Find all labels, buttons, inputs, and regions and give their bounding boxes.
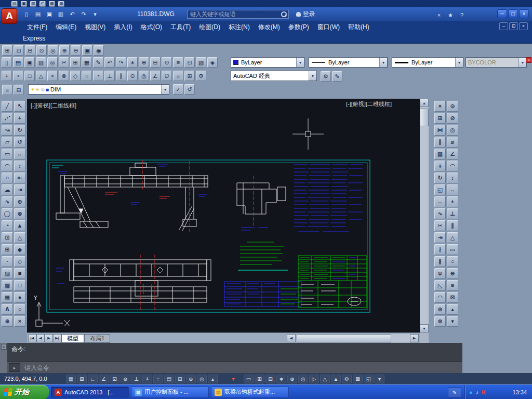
layer-control-combo[interactable]: ● ☀ ⊙ ■ DIM ▾ [28, 84, 169, 95]
gradient-icon[interactable]: ▩ [2, 280, 13, 291]
annotation-auto-button[interactable]: ▲ [331, 375, 341, 383]
left-dock2-icon-12[interactable]: △ [14, 232, 25, 243]
plot-preview-icon[interactable]: ◎ [47, 57, 58, 68]
layer-lock-icon[interactable]: ⊙ [41, 87, 45, 92]
qat-open-icon[interactable]: ▤ [33, 9, 43, 19]
erase-icon[interactable]: × [434, 101, 446, 112]
workspace-save-icon[interactable]: ✎ [332, 71, 342, 82]
command-close-button[interactable]: × [1, 344, 7, 350]
lwt-toggle[interactable]: ≡ [153, 375, 163, 383]
favorites-icon[interactable]: ★ [445, 10, 456, 20]
trim-icon[interactable]: ✂ [434, 220, 446, 231]
zoom-window2-icon[interactable]: ⊟ [150, 57, 161, 68]
grid-toggle[interactable]: ⊞ [77, 375, 87, 383]
move-icon[interactable]: ∔ [434, 161, 446, 171]
right-dock2-icon-10[interactable]: ⊥ [447, 208, 458, 219]
paste-icon[interactable]: ▦ [82, 57, 92, 68]
right-dock2-icon-9[interactable]: + [447, 196, 458, 207]
command-input[interactable] [23, 364, 462, 372]
pan-tool-button[interactable]: ∗ [276, 375, 286, 383]
polar-toggle[interactable]: ∠ [99, 375, 109, 383]
mdi-minimize-button[interactable]: ─ [499, 22, 508, 30]
viewport-controls-label[interactable]: [-][俯视][二维线框] [31, 102, 76, 110]
temporary-track-icon[interactable]: + [2, 71, 12, 81]
menu-item[interactable]: 修改(M) [254, 21, 284, 33]
workspace-switch-button[interactable]: ⚙ [342, 375, 352, 383]
annotation-scale-button[interactable]: △ [320, 375, 330, 383]
qat-redo-icon[interactable]: ↷ [78, 9, 89, 19]
chamfer-icon[interactable]: ◺ [434, 280, 446, 291]
tab-prev-button[interactable]: ◀ [36, 334, 45, 342]
zoom-scale-icon[interactable]: ⊟ [25, 45, 35, 56]
spline-icon[interactable]: ∿ [2, 196, 13, 207]
language-bar-button[interactable]: ✎ [448, 387, 461, 397]
left-dock2-icon-11[interactable]: ▲ [14, 220, 25, 231]
left-dock2-icon-4[interactable]: ↺ [14, 137, 25, 148]
left-dock2-icon-16[interactable]: □ [14, 280, 25, 291]
ellipse-icon[interactable]: ◯ [2, 208, 13, 219]
menu-item[interactable]: 插入(I) [110, 21, 136, 33]
filter-icon[interactable]: ▼ [231, 376, 236, 382]
table-icon[interactable]: ▦ [2, 292, 13, 303]
snap-intersection-icon[interactable]: × [47, 71, 58, 81]
qat-new-icon[interactable]: ▯ [21, 9, 32, 19]
exchange-icon[interactable]: × [434, 10, 444, 20]
construction-line-icon[interactable]: ⋰ [2, 113, 13, 124]
scroll-left-button[interactable]: ◀ [287, 334, 296, 342]
zoom-dynamic-icon[interactable]: ⊡ [14, 45, 24, 56]
search-icon[interactable] [281, 11, 287, 17]
layer-on-icon[interactable]: ● [31, 87, 34, 92]
left-dock2-icon-18[interactable]: ○ [14, 304, 25, 315]
command-panel-grip[interactable]: × [0, 343, 7, 373]
left-dock2-icon-5[interactable]: ↔ [14, 149, 25, 159]
vertical-scroll-track[interactable] [420, 107, 429, 324]
scroll-up-button[interactable]: ▲ [420, 99, 429, 107]
sign-in[interactable]: 登录 [296, 10, 315, 19]
chevron-down-icon[interactable]: ▾ [309, 71, 316, 81]
ortho-toggle[interactable]: ∟ [88, 375, 98, 383]
snap-toggle[interactable]: ▦ [66, 375, 76, 383]
taskbar-item-control-panel[interactable]: ▦ 用户控制面板 - ... [131, 387, 209, 398]
rectangle-icon[interactable]: ▭ [2, 149, 13, 159]
right-dock2-icon-19[interactable]: ▾ [447, 316, 458, 327]
right-dock2-icon-13[interactable]: ▭ [447, 244, 458, 255]
point-icon[interactable]: · [2, 256, 13, 267]
am-toggle[interactable]: ◎ [197, 375, 207, 383]
left-dock2-icon-8[interactable]: ⇥ [14, 184, 25, 195]
autocad-logo[interactable]: A [2, 8, 17, 24]
color-control-combo[interactable]: ByLayer ▾ [231, 57, 304, 68]
left-dock2-icon-13[interactable]: ◆ [14, 244, 25, 255]
make-object-layer-current-icon[interactable]: ✓ [173, 84, 183, 95]
right-dock2-icon-2[interactable]: ⊘ [447, 113, 458, 124]
right-dock2-icon-8[interactable]: ↔ [447, 184, 458, 195]
left-dock2-icon-3[interactable]: ↻ [14, 125, 25, 136]
snap-parallel-icon[interactable]: ∥ [116, 71, 126, 81]
rotate-icon[interactable]: ↻ [434, 172, 446, 183]
layer-states-manager-icon[interactable]: ⊟ [14, 85, 24, 95]
layer-thaw-icon[interactable]: ☀ [35, 87, 39, 92]
mdi-restore-button[interactable]: ⊡ [509, 22, 518, 30]
osnap-settings-icon[interactable]: ⚙ [196, 71, 206, 81]
clipped-toolbar-icon-4[interactable]: ↶ [39, 1, 46, 7]
offset-icon[interactable]: ∥ [434, 137, 446, 148]
hatch-icon[interactable]: ▨ [2, 268, 13, 279]
snap-none-icon[interactable]: ∅ [162, 71, 172, 81]
redo-icon[interactable]: ↷ [116, 57, 126, 68]
clipped-toolbar-icon-5[interactable]: ▦ [49, 1, 55, 7]
snap-perpendicular-icon[interactable]: ⊥ [104, 71, 115, 81]
workspace-combo[interactable]: AutoCAD 经典 ▾ [231, 71, 317, 81]
taskbar-item-autocad[interactable]: A AutoCAD 2013 - [... [51, 387, 129, 398]
left-dock2-icon-17[interactable]: ● [14, 292, 25, 303]
ime-icon[interactable]: K [482, 389, 486, 395]
stretch-icon[interactable]: ↔ [434, 196, 446, 207]
menu-item[interactable]: 编辑(E) [51, 21, 81, 33]
zoom-window-icon[interactable]: ⊞ [2, 45, 12, 56]
layer-properties-manager-icon[interactable]: ≡ [2, 85, 12, 95]
network-icon[interactable]: ● [469, 389, 473, 395]
layer-previous-icon[interactable]: ↺ [184, 84, 195, 95]
toolbar-lock-button[interactable]: ⊠ [353, 375, 363, 383]
right-dock2-icon-3[interactable]: ◎ [447, 125, 458, 136]
scroll-down-button[interactable]: ▼ [420, 324, 429, 332]
undo-icon[interactable]: ↶ [104, 57, 115, 68]
zoom-tool-button[interactable]: ⊕ [287, 375, 297, 383]
